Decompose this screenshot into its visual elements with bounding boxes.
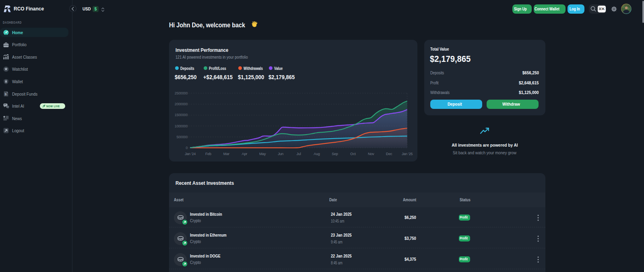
svg-text:Feb: Feb	[205, 152, 211, 156]
svg-text:Jul: Jul	[297, 152, 301, 156]
svg-text:1000000: 1000000	[175, 124, 188, 128]
svg-text:Jun: Jun	[278, 152, 283, 156]
svg-text:1500000: 1500000	[175, 113, 188, 117]
svg-text:0: 0	[186, 146, 188, 150]
svg-text:2000000: 2000000	[175, 102, 188, 106]
svg-text:Aug: Aug	[314, 152, 320, 156]
svg-text:2500000: 2500000	[175, 91, 188, 95]
svg-text:Nov: Nov	[368, 152, 374, 156]
svg-text:Apr: Apr	[242, 152, 248, 156]
svg-text:Oct: Oct	[350, 152, 356, 156]
svg-text:May: May	[259, 152, 266, 156]
svg-text:Dec: Dec	[386, 152, 392, 156]
svg-text:Jan '24: Jan '24	[185, 152, 196, 156]
svg-text:$: $	[5, 92, 7, 96]
svg-text:Jan '25: Jan '25	[402, 152, 413, 156]
svg-text:Sep: Sep	[332, 152, 338, 156]
svg-text:Mar: Mar	[223, 152, 229, 156]
svg-text:500000: 500000	[176, 135, 188, 139]
